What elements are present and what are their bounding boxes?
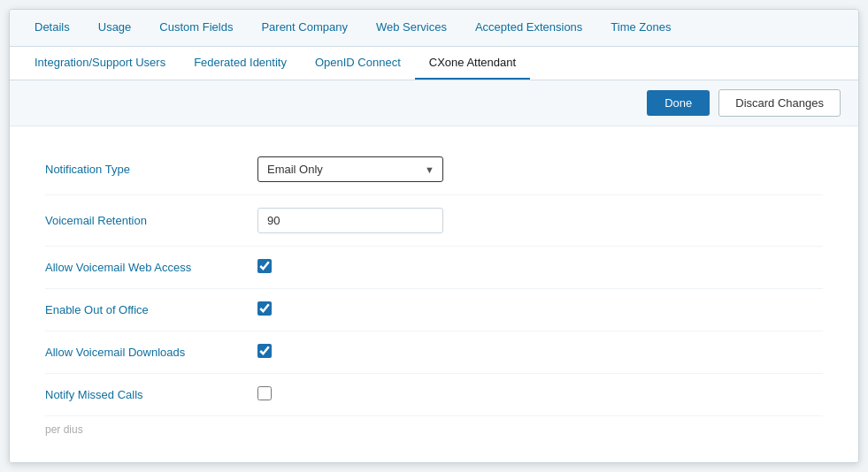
allow-voicemail-downloads-control <box>257 344 823 361</box>
action-toolbar: Done Discard Changes <box>10 80 858 126</box>
enable-out-of-office-label: Enable Out of Office <box>45 303 257 316</box>
voicemail-retention-row: Voicemail Retention <box>45 195 823 247</box>
allow-voicemail-web-access-row: Allow Voicemail Web Access <box>45 247 823 289</box>
tab-integration-support[interactable]: Integration/Support Users <box>20 47 180 80</box>
voicemail-retention-control <box>257 208 823 233</box>
discard-button[interactable]: Discard Changes <box>718 89 841 117</box>
allow-voicemail-web-access-label: Allow Voicemail Web Access <box>45 261 257 274</box>
notification-type-row: Notification Type Email Only SMS Only Em… <box>45 144 823 195</box>
tab-federated-identity[interactable]: Federated Identity <box>180 47 301 80</box>
enable-out-of-office-row: Enable Out of Office <box>45 289 823 331</box>
top-tab-bar: Details Usage Custom Fields Parent Compa… <box>10 10 858 47</box>
tab-details[interactable]: Details <box>20 10 84 46</box>
enable-out-of-office-checkbox[interactable] <box>257 301 272 316</box>
allow-voicemail-web-access-control <box>257 259 823 276</box>
allow-voicemail-downloads-checkbox[interactable] <box>257 344 272 358</box>
tab-custom-fields[interactable]: Custom Fields <box>145 10 247 46</box>
app-window: Details Usage Custom Fields Parent Compa… <box>9 9 859 463</box>
tab-accepted-extensions[interactable]: Accepted Extensions <box>461 10 596 46</box>
second-tab-bar: Integration/Support Users Federated Iden… <box>10 47 858 80</box>
allow-voicemail-downloads-row: Allow Voicemail Downloads <box>45 331 823 374</box>
notify-missed-calls-checkbox[interactable] <box>257 386 272 400</box>
notification-type-label: Notification Type <box>45 163 257 176</box>
voicemail-retention-label: Voicemail Retention <box>45 214 257 227</box>
form-content: Notification Type Email Only SMS Only Em… <box>10 126 858 462</box>
allow-voicemail-web-access-checkbox[interactable] <box>257 259 272 273</box>
tab-cxone-attendant[interactable]: CXone Attendant <box>415 47 530 80</box>
tab-openid-connect[interactable]: OpenID Connect <box>301 47 415 80</box>
notify-missed-calls-row: Notify Missed Calls <box>45 374 823 416</box>
voicemail-retention-input[interactable] <box>257 208 443 233</box>
notification-type-control: Email Only SMS Only Email and SMS None ▼ <box>257 156 823 182</box>
tab-web-services[interactable]: Web Services <box>362 10 461 46</box>
notify-missed-calls-label: Notify Missed Calls <box>45 388 257 401</box>
notify-missed-calls-control <box>257 386 823 403</box>
allow-voicemail-downloads-label: Allow Voicemail Downloads <box>45 346 257 359</box>
partial-bottom-text: per dius <box>45 416 823 436</box>
notification-type-select[interactable]: Email Only SMS Only Email and SMS None <box>257 156 443 182</box>
enable-out-of-office-control <box>257 301 823 318</box>
tab-usage[interactable]: Usage <box>84 10 146 46</box>
notification-type-select-wrapper: Email Only SMS Only Email and SMS None ▼ <box>257 156 443 182</box>
done-button[interactable]: Done <box>647 90 710 116</box>
tab-parent-company[interactable]: Parent Company <box>247 10 362 46</box>
tab-time-zones[interactable]: Time Zones <box>596 10 685 46</box>
